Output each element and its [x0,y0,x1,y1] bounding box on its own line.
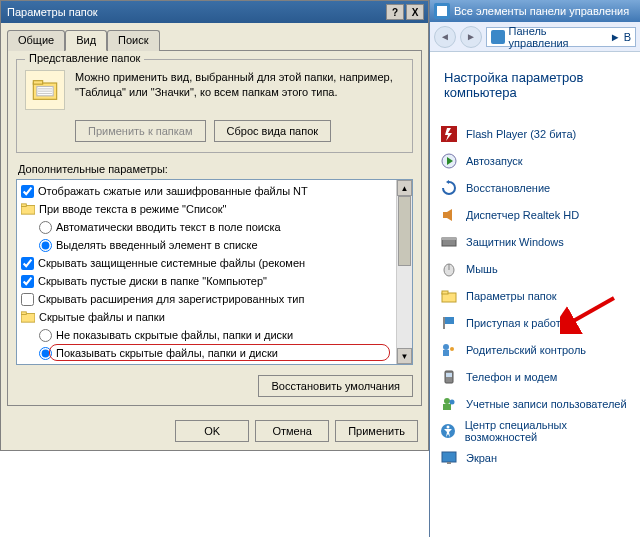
svg-rect-28 [443,350,449,356]
svg-rect-19 [442,238,456,240]
cp-link[interactable]: Экран [466,452,497,464]
cp-link[interactable]: Автозапуск [466,155,523,167]
svg-rect-9 [21,312,26,315]
opt-auto-search[interactable] [39,221,52,234]
scrollbar[interactable]: ▲ ▼ [396,180,412,364]
advanced-label: Дополнительные параметры: [18,163,413,175]
cp-item-ease-of-access: Центр специальных возможностей [440,417,630,444]
cp-link[interactable]: Центр специальных возможностей [465,419,630,443]
opt-hide-protected[interactable] [21,257,34,270]
chevron-right-icon: ► [607,31,624,43]
apply-button[interactable]: Применить [335,420,418,442]
svg-rect-37 [447,462,451,464]
cp-item-recovery: Восстановление [440,174,630,201]
cp-link[interactable]: Учетные записи пользователей [466,398,627,410]
cp-title-text: Все элементы панели управления [454,5,629,17]
svg-rect-23 [442,291,448,294]
flag-icon [440,314,458,332]
svg-rect-16 [443,212,447,218]
restore-defaults-button[interactable]: Восстановить умолчания [258,375,413,397]
svg-point-33 [450,399,455,404]
display-icon [440,449,458,467]
cp-link[interactable]: Диспетчер Realtek HD [466,209,579,221]
svg-rect-30 [446,373,452,377]
scroll-up-button[interactable]: ▲ [397,180,412,196]
cp-item-flash: Flash Player (32 бита) [440,120,630,147]
folder-views-title: Представление папок [25,52,144,64]
dialog-titlebar[interactable]: Параметры папок ? X [1,1,428,23]
svg-rect-6 [21,206,35,215]
cp-item-defender: Защитник Windows [440,228,630,255]
folder-options-dialog: Параметры папок ? X Общие Вид Поиск Пред… [0,0,429,451]
breadcrumb-tail: В [624,31,631,43]
family-icon [440,341,458,359]
folder-views-icon [25,70,65,110]
cp-item-realtek: Диспетчер Realtek HD [440,201,630,228]
svg-rect-7 [21,204,26,207]
cp-item-users: Учетные записи пользователей [440,390,630,417]
mouse-icon [440,260,458,278]
svg-rect-11 [437,6,447,16]
cp-link[interactable]: Приступая к работе [466,317,567,329]
control-panel-icon [434,3,450,19]
control-panel-icon [491,30,505,44]
svg-rect-24 [443,317,445,329]
help-button[interactable]: ? [386,4,404,20]
tab-search[interactable]: Поиск [107,30,159,51]
shield-icon [440,233,458,251]
opt-hide-empty-drives[interactable] [21,275,34,288]
svg-rect-8 [21,314,35,323]
cp-heading: Настройка параметров компьютера [430,52,640,120]
cancel-button[interactable]: Отмена [255,420,329,442]
svg-rect-25 [445,317,454,324]
control-panel-window: Все элементы панели управления ◄ ► Панел… [429,0,640,537]
cp-link[interactable]: Flash Player (32 бита) [466,128,576,140]
svg-point-26 [443,344,449,350]
tab-view[interactable]: Вид [65,30,107,51]
cp-link[interactable]: Мышь [466,263,498,275]
opt-hide-extensions[interactable] [21,293,34,306]
opt-dont-show-hidden[interactable] [39,329,52,342]
opt-show-hidden[interactable] [39,347,52,360]
advanced-settings-tree[interactable]: Отображать сжатые или зашифрованные файл… [16,179,413,365]
dialog-buttons: OK Отмена Применить [1,412,428,450]
opt-select-typed[interactable] [39,239,52,252]
nav-back-button[interactable]: ◄ [434,26,456,48]
cp-nav: ◄ ► Панель управления ► В [430,22,640,52]
apply-to-folders-button[interactable]: Применить к папкам [75,120,206,142]
address-bar[interactable]: Панель управления ► В [486,27,636,47]
folder-icon [21,311,35,323]
svg-rect-32 [443,404,451,410]
tab-panel-view: Представление папок Можно применить вид,… [7,50,422,406]
scroll-down-button[interactable]: ▼ [397,348,412,364]
cp-item-getting-started: Приступая к работе [440,309,630,336]
cp-link[interactable]: Родительский контроль [466,344,586,356]
svg-point-35 [447,425,450,428]
reset-folders-button[interactable]: Сброс вида папок [214,120,332,142]
cp-item-parental: Родительский контроль [440,336,630,363]
nav-forward-button[interactable]: ► [460,26,482,48]
dialog-title: Параметры папок [5,6,384,18]
accessibility-icon [440,422,457,440]
tab-strip: Общие Вид Поиск [1,23,428,50]
svg-rect-1 [33,81,42,85]
opt-show-compressed[interactable] [21,185,34,198]
ok-button[interactable]: OK [175,420,249,442]
scroll-thumb[interactable] [398,196,411,266]
cp-link[interactable]: Телефон и модем [466,371,557,383]
folder-icon [21,203,35,215]
svg-point-31 [444,398,450,404]
phone-icon [440,368,458,386]
tab-general[interactable]: Общие [7,30,65,51]
autoplay-icon [440,152,458,170]
speaker-icon [440,206,458,224]
close-button[interactable]: X [406,4,424,20]
cp-titlebar[interactable]: Все элементы панели управления [430,0,640,22]
cp-link[interactable]: Защитник Windows [466,236,564,248]
breadcrumb[interactable]: Панель управления [509,25,607,49]
cp-link[interactable]: Параметры папок [466,290,557,302]
svg-point-27 [450,347,454,351]
cp-item-mouse: Мышь [440,255,630,282]
recovery-icon [440,179,458,197]
cp-link[interactable]: Восстановление [466,182,550,194]
